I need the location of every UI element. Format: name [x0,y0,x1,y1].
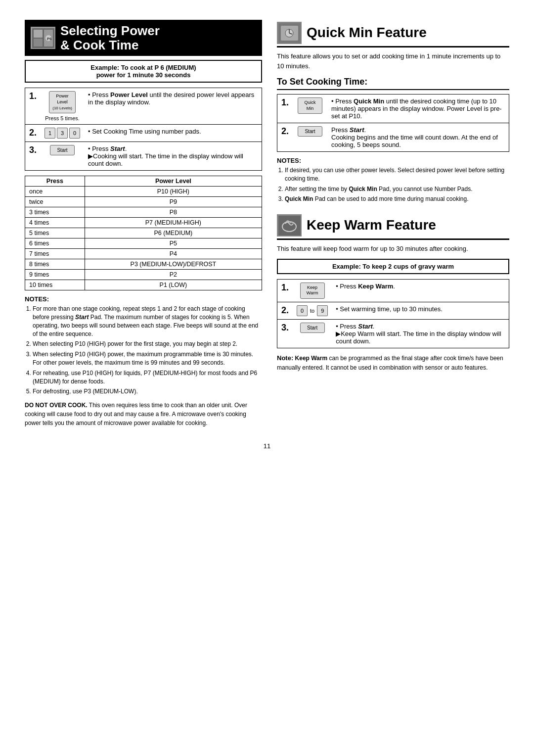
keep-warm-title: Keep Warm Feature [307,218,436,233]
kw-pad-9: 9 [317,305,328,316]
kw-step-1-num: 1. [277,279,293,302]
quick-min-step-2: 2. Start Press Start. Cooking begins and… [277,123,509,152]
list-item: Quick Min Pad can be used to add more ti… [285,195,509,203]
left-notes: NOTES: For more than one stage cooking, … [25,295,262,396]
page-layout: P6 Selecting Power & Cook Time Example: … [25,20,509,427]
power-table-col1-header: Press [25,176,85,187]
qm-step-2-desc: Press Start. Cooking begins and the time… [327,123,509,152]
table-row: twiceP9 [25,197,262,207]
quick-min-icon [277,22,302,44]
do-not-cook-text: DO NOT OVER COOK. This oven requires les… [25,401,262,427]
arrow-icon: ▶ [88,152,93,160]
table-row: 3 timesP8 [25,207,262,218]
table-row: 6 timesP5 [25,238,262,249]
kw-step-1-img: KeepWarm [293,279,332,302]
selecting-power-icon: P6 [31,27,55,49]
note-header: Note: [277,354,293,362]
keep-warm-button: KeepWarm [300,283,325,299]
kw-step-2: 2. 0 to 9 • Set warming time, up to 30 m… [277,302,509,320]
list-item: For defrosting, use P3 (MEDIUM-LOW). [33,387,262,396]
step-1-press-text: Press 5 times. [44,115,80,121]
quick-min-header: Quick Min Feature [277,20,509,47]
qm-step-2-num: 2. [277,123,293,152]
arrow-icon-kw: ▶ [336,330,341,337]
kw-step-3-num: 3. [277,320,293,348]
qm-step-1-num: 1. [277,94,293,123]
power-table-header-row: Press Power Level [25,176,262,187]
table-row: 8 timesP3 (MEDIUM-LOW)/DEFROST [25,259,262,270]
power-level-button: PowerLevel(10 Levels) [49,91,76,113]
step-1-desc: • Press Power Level until the desired po… [84,88,262,125]
step-3-img: Start [41,142,84,171]
step-1-img: PowerLevel(10 Levels) Press 5 times. [41,88,84,125]
quick-min-button: QuickMin [298,97,322,114]
selecting-power-header: P6 Selecting Power & Cook Time [25,20,262,56]
start-button-kw: Start [300,323,325,333]
selecting-power-title: Selecting Power & Cook Time [60,24,160,52]
step-3-desc: • Press Start. ▶Cooking will start. The … [84,142,262,171]
list-item: After setting the time by Quick Min Pad,… [285,185,509,193]
quick-min-desc: This feature allows you to set or add co… [277,51,509,71]
keep-warm-steps-table: 1. KeepWarm • Press Keep Warm. 2. [277,279,509,348]
step-2-row: 2. 1 3 0 • Set Cooking Time using number… [25,125,262,142]
kw-step-3-desc: • Press Start. ▶Keep Warm will start. Th… [332,320,509,348]
qm-step-2-img: Start [293,123,327,152]
start-button-qm: Start [298,126,322,137]
list-item: For reheating, use P10 (HIGH) for liquid… [33,369,262,386]
quick-min-notes: NOTES: If desired, you can use other pow… [277,157,509,203]
example-box: Example: To cook at P 6 (MEDIUM) power f… [25,60,262,83]
do-not-cook-bold: DO NOT OVER COOK. [25,402,88,409]
left-notes-list: For more than one stage cooking, repeat … [25,305,262,396]
step-3-num: 3. [25,142,41,171]
keep-warm-header: Keep Warm Feature [277,212,509,240]
steps-table: 1. PowerLevel(10 Levels) Press 5 times. … [25,88,262,171]
power-level-table: Press Power Level onceP10 (HIGH) twiceP9… [25,176,262,290]
kw-step-2-num: 2. [277,302,293,320]
list-item: For more than one stage cooking, repeat … [33,305,262,338]
start-button-left: Start [50,145,75,155]
table-row: 5 timesP6 (MEDIUM) [25,228,262,238]
kw-num-pads: 0 to 9 [297,305,328,316]
right-column: Quick Min Feature This feature allows yo… [277,20,509,427]
svg-rect-11 [278,216,301,236]
keep-warm-note: Note: Keep Warm can be programmed as the… [277,353,509,372]
keep-warm-example-text: Example: To keep 2 cups of gravy warm [332,263,454,270]
quick-min-title: Quick Min Feature [307,25,427,41]
keep-warm-section: Keep Warm Feature This feature will keep… [277,212,509,372]
step-1-row: 1. PowerLevel(10 Levels) Press 5 times. … [25,88,262,125]
quick-min-notes-list: If desired, you can use other power leve… [277,166,509,203]
num-pad-0: 0 [69,128,80,139]
kw-step-3: 3. Start • Press Start. ▶Keep Warm will … [277,320,509,348]
step-1-num: 1. [25,88,41,125]
qm-step-1-img: QuickMin [293,94,327,123]
kw-pad-0: 0 [297,305,308,316]
kw-step-3-img: Start [293,320,332,348]
num-pad-3: 3 [57,128,68,139]
left-column: P6 Selecting Power & Cook Time Example: … [25,20,262,427]
num-pad-1: 1 [44,128,55,139]
kw-step-2-img: 0 to 9 [293,302,332,320]
kw-step-1-desc: • Press Keep Warm. [332,279,509,302]
note-text: Keep Warm can be programmed as the final… [277,355,503,371]
quick-min-steps-table: 1. QuickMin • Press Quick Min until the … [277,94,509,152]
num-pads: 1 3 0 [44,128,80,139]
to-set-cooking-title: To Set Cooking Time: [277,77,509,90]
table-row: onceP10 (HIGH) [25,187,262,197]
step-3-row: 3. Start • Press Start. ▶Cooking will st… [25,142,262,171]
keep-warm-icon [277,214,302,236]
step-2-desc: • Set Cooking Time using number pads. [84,125,262,142]
example-title: Example: To cook at P 6 (MEDIUM) [90,64,196,71]
keep-warm-desc: This feature will keep food warm for up … [277,244,509,254]
quick-min-step-1: 1. QuickMin • Press Quick Min until the … [277,94,509,123]
svg-rect-2 [34,39,43,47]
svg-rect-1 [34,30,43,38]
kw-step-2-desc: • Set warming time, up to 30 minutes. [332,302,509,320]
step-2-img: 1 3 0 [41,125,84,142]
page-number: 11 [25,442,509,450]
keep-warm-example-box: Example: To keep 2 cups of gravy warm [277,259,509,274]
list-item: When selecting P10 (HIGH) power for the … [33,340,262,348]
example-sub: power for 1 minute 30 seconds [96,71,191,79]
step-2-num: 2. [25,125,41,142]
left-notes-header: NOTES: [25,295,262,303]
quick-min-notes-header: NOTES: [277,157,509,164]
